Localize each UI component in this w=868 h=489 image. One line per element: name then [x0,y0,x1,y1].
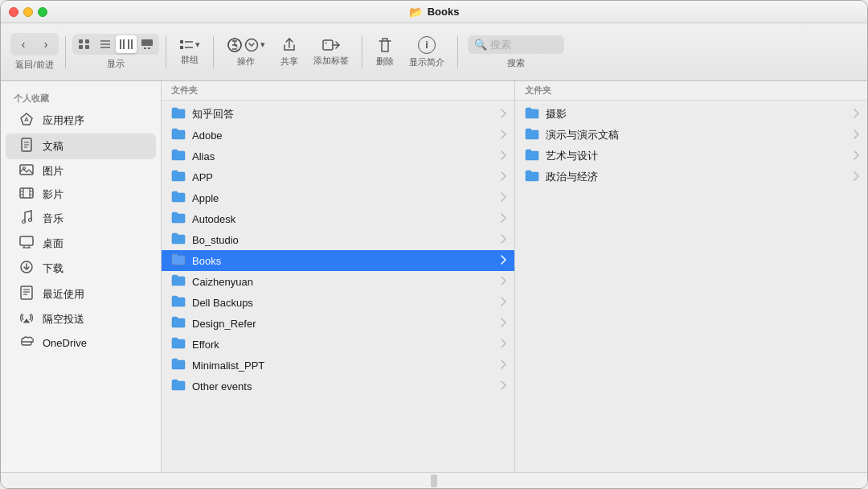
file-item-right-art_design[interactable]: 艺术与设计 [515,146,868,166]
scroll-handle[interactable] [431,475,437,487]
file-item-caizhenyuan[interactable]: Caizhenyuan [162,271,514,292]
delete-button[interactable]: 删除 [369,34,401,71]
nav-group: ‹ › 返回/前进 [10,33,59,71]
separator-3 [213,36,214,68]
sidebar-item-label-downloads: 下载 [43,261,63,276]
folder-icon-apple [171,191,186,205]
file-item-bo_studio[interactable]: Bo_studio [162,229,514,250]
forward-button[interactable]: › [35,35,57,54]
music-icon [18,210,35,228]
file-name-dell_backups: Dell Backups [192,297,494,309]
svg-rect-15 [180,46,183,49]
file-item-minimalist_ppt[interactable]: Minimalist_PPT [162,355,514,376]
sidebar-item-docs[interactable]: 文稿 [6,134,156,159]
minimize-button[interactable] [23,7,33,17]
tag-button[interactable]: 添加标签 [307,35,355,70]
file-name-other_events: Other events [192,380,494,392]
file-item-other_events[interactable]: Other events [162,376,514,397]
column-view-button[interactable] [116,35,137,53]
sidebar-item-label-music: 音乐 [43,212,63,226]
action-button[interactable]: ▾ 操作 [220,34,272,71]
file-item-right-photography[interactable]: 摄影 [515,104,868,125]
svg-rect-30 [20,188,33,198]
onedrive-icon [18,335,35,350]
file-item-autodesk[interactable]: Autodesk [162,208,514,229]
left-panel: 文件夹 知乎回答 Adobe Alias APP Apple Autodesk … [162,81,515,472]
sidebar-item-label-onedrive: OneDrive [43,337,87,349]
svg-rect-13 [148,47,150,49]
file-item-right-politics_economy[interactable]: 政治与经济 [515,166,868,187]
right-panel-header: 文件夹 [515,81,868,101]
gallery-view-button[interactable] [137,35,158,53]
sidebar-item-photos[interactable]: 图片 [6,159,156,183]
info-button[interactable]: i 显示简介 [403,33,451,72]
maximize-button[interactable] [38,7,47,17]
sidebar-item-airdrop[interactable]: 隔空投送 [6,307,156,331]
titlebar: 📂 Books [1,1,867,23]
folder-icon-zhihu [171,107,186,121]
file-name-autodesk: Autodesk [192,213,494,225]
folder-icon-minimalist_ppt [171,358,186,372]
share-button[interactable]: 共享 [273,34,305,71]
file-item-right-presentation[interactable]: 演示与演示文稿 [515,125,868,146]
chevron-icon-apple [501,192,506,203]
file-item-dell_backups[interactable]: Dell Backups [162,292,514,313]
folder-icon-other_events [171,379,186,393]
sidebar-item-music[interactable]: 音乐 [6,206,156,232]
sidebar-item-desktop[interactable]: 桌面 [6,232,156,256]
sidebar-item-apps[interactable]: A应用程序 [6,108,156,134]
search-input[interactable] [490,39,555,51]
svg-rect-14 [180,40,183,43]
file-item-alias[interactable]: Alias [162,146,514,166]
list-view-button[interactable] [95,35,116,53]
title-folder-icon: 📂 [409,6,423,18]
chevron-icon-alias [501,150,506,162]
folder-icon-dell_backups [171,295,186,310]
separator-5 [457,36,458,68]
chevron-icon-zhihu [501,109,506,120]
back-button[interactable]: ‹ [12,35,35,54]
sidebar-item-onedrive[interactable]: OneDrive [6,331,156,354]
file-item-adobe[interactable]: Adobe [162,125,514,146]
file-name-design_refer: Design_Refer [192,318,494,330]
close-button[interactable] [9,7,18,17]
file-item-zhihu[interactable]: 知乎回答 [162,104,514,125]
file-item-design_refer[interactable]: Design_Refer [162,313,514,334]
share-label: 共享 [280,55,298,68]
view-label: 显示 [107,58,125,70]
sidebar-item-label-recent: 最近使用 [43,287,84,302]
file-name-apple: Apple [192,192,494,204]
separator-4 [362,36,362,68]
apps-icon: A [18,112,35,129]
movies-icon [18,187,35,202]
file-item-effork[interactable]: Effork [162,334,514,355]
chevron-icon-effork [501,339,506,350]
svg-rect-3 [85,45,89,49]
svg-text:A: A [24,116,29,123]
chevron-icon-minimalist_ppt [501,360,506,371]
statusbar [1,472,867,488]
photos-icon [18,163,35,179]
nav-label: 返回/前进 [15,59,53,71]
file-name-effork: Effork [192,339,494,351]
sidebar-item-movies[interactable]: 影片 [6,183,156,206]
file-name-adobe: Adobe [192,129,494,142]
file-item-apple[interactable]: Apple [162,187,514,208]
icon-view-button[interactable] [74,35,95,53]
right-panel: 文件夹 摄影 演示与演示文稿 艺术与设计 政治与经济 [515,81,868,472]
file-name-right-politics_economy: 政治与经济 [546,170,848,184]
file-item-app[interactable]: APP [162,166,514,187]
group-button[interactable]: ▾ 群组 [173,35,207,69]
folder-icon-right-presentation [525,128,539,142]
sidebar-item-label-apps: 应用程序 [43,113,84,128]
tag-label: 添加标签 [313,55,349,67]
chevron-icon-adobe [501,129,506,141]
chevron-icon-other_events [501,380,506,392]
sidebar-item-downloads[interactable]: 下载 [6,256,156,281]
file-item-books[interactable]: Books [162,250,514,271]
sidebar-item-recent[interactable]: 最近使用 [6,281,156,307]
folder-icon-right-photography [525,107,539,121]
search-group: 🔍 搜索 [468,35,564,69]
svg-rect-2 [79,45,83,49]
chevron-icon-right-photography [854,109,859,120]
